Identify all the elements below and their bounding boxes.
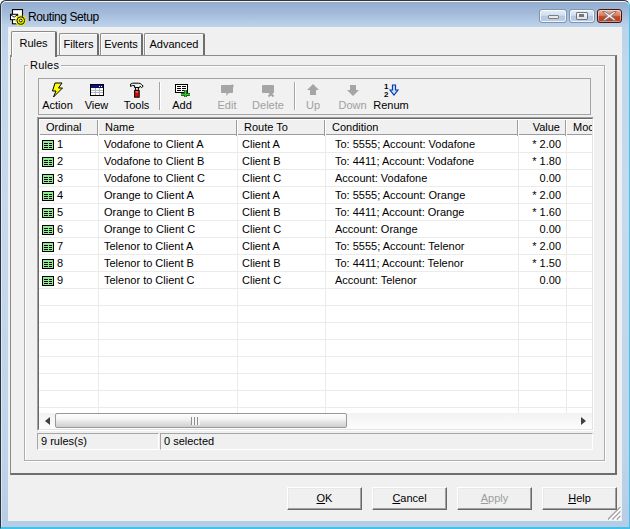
- svg-text:2: 2: [384, 90, 389, 98]
